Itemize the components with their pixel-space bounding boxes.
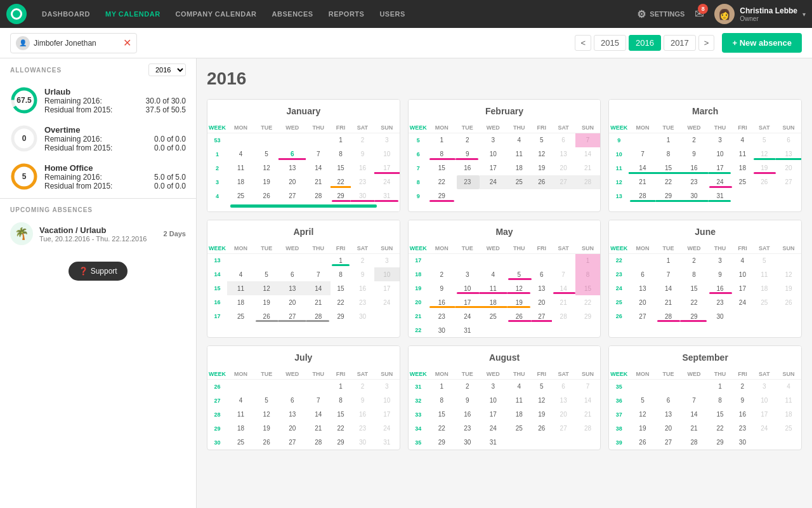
upcoming-name: Vacation / Urlaub [39,225,157,235]
table-row: 16 1819202122 2324 [207,295,400,309]
sidebar: Allowances 2016 67.5 Urlaub Remaining 20… [0,58,197,508]
allowance-urlaub-remaining: Remaining 2016: 30.0 of 30.0 [44,97,186,105]
notifications-button[interactable]: ✉ 8 [695,7,704,21]
month-title-january: January [207,100,400,123]
user-role: Owner [740,15,797,22]
allowance-overtime-residual: Residual from 2015: 0.0 of 0.0 [44,144,186,152]
table-row: 24 131415 16 17 1819 [609,281,801,295]
chevron-down-icon: ▾ [802,11,806,18]
table-row: 19 9 10 11 12 13 14 15 [409,281,601,295]
employee-avatar: 👤 [16,36,30,50]
donut-urlaub: 67.5 [10,86,38,114]
allowance-homeoffice-remaining: Remaining 2016: 5.0 of 5.0 [44,173,186,182]
year-2017-button[interactable]: 2017 [664,35,696,51]
table-row: 351234 [609,380,801,394]
year-2016-button[interactable]: 2016 [629,35,661,51]
new-absence-button[interactable]: + New absence [722,33,802,53]
support-button[interactable]: ❓ Support [69,262,127,281]
table-row: 2811121314151617 [207,408,400,422]
notification-badge: 8 [698,4,708,14]
year-select[interactable]: 2016 [148,64,186,76]
table-row: 4 25262728 29 30 31 [207,189,400,203]
main-nav: Dashboard My Calendar Company Calendar A… [34,10,637,18]
table-row: 3422232425262728 [409,422,601,436]
allowances-header: Allowances 2016 [0,58,196,81]
table-row: 3315161718192021 [409,408,601,422]
table-row: 3 18192021 22 2324 [207,175,400,189]
residual-label: Residual from 2015: [44,105,112,114]
table-row: 2918192021222324 [207,422,400,436]
table-row: 7 1516171819 2021 [409,161,601,175]
nav-reports[interactable]: Reports [321,10,372,18]
month-title-april: April [207,220,400,243]
table-row: 3025262728293031 [207,436,400,450]
upcoming-days: 2 Days [164,230,186,237]
table-row: 10 7891011 12 13 [609,147,801,161]
months-grid: January WEEK MONTUEWEDTHUFRISATSUN 53 1 [207,99,802,450]
nav-absences[interactable]: Absences [265,10,321,18]
table-row: 8 22 23 24 25 26 27 28 [409,175,601,189]
month-title-july: July [207,346,400,369]
calendar-content: 2016 January WEEK MONTUEWEDTHUFRISATSUN … [197,58,812,508]
remaining-label: Remaining 2016: [44,97,102,105]
table-row: 20 16 17 18 19 20 21 22 [409,295,601,309]
allowance-homeoffice-name: Home Office [44,163,186,173]
toolbar: 👤 Jimbofer Jonethan ✕ < 2015 2016 2017 >… [0,28,812,58]
nav-users[interactable]: Users [372,10,412,18]
month-january: January WEEK MONTUEWEDTHUFRISATSUN 53 1 [207,99,400,212]
donut-overtime-value: 0 [22,134,27,143]
employee-selector[interactable]: 👤 Jimbofer Jonethan ✕ [10,33,137,53]
settings-button[interactable]: ⚙ Settings [637,8,684,20]
table-row: 14 45678 9 10 [207,267,400,281]
table-row: 22 3031 [409,323,601,337]
allowance-overtime-name: Overtime [44,125,186,135]
month-title-may: May [409,220,601,243]
allowance-homeoffice-info: Home Office Remaining 2016: 5.0 of 5.0 R… [44,163,186,190]
table-row: 3819202122232425 [609,422,801,436]
table-row: 1 45 6 78 910 [207,147,400,161]
nav-my-calendar[interactable]: My Calendar [98,10,168,18]
allowance-overtime-remaining: Remaining 2016: 0.0 of 0.0 [44,135,186,144]
remaining-val: 30.0 of 30.0 [146,97,186,105]
table-row: 26 27 28 29 30 [609,309,801,323]
close-icon[interactable]: ✕ [123,37,131,49]
app-logo[interactable] [6,4,27,24]
top-navigation: Dashboard My Calendar Company Calendar A… [0,0,812,28]
month-title-august: August [409,346,601,369]
donut-overtime: 0 [10,124,38,152]
employee-name: Jimbofer Jonethan [34,39,96,48]
nav-dashboard[interactable]: Dashboard [34,10,98,18]
prev-year-button[interactable]: < [575,35,591,51]
table-row: 21 232425 26 27 28 29 [409,309,601,323]
table-row: 32891011121314 [409,394,601,408]
allowances-label: Allowances [10,67,62,74]
table-row: 2745678910 [207,394,400,408]
year-navigation: < 2015 2016 2017 > [575,35,714,51]
user-menu[interactable]: 👩 Christina Lebbe Owner ▾ [714,4,806,24]
month-title-june: June [609,220,801,243]
table-row: 11 14 15 16 17 18 19 20 [609,161,801,175]
month-title-february: February [409,100,601,123]
next-year-button[interactable]: > [698,35,715,51]
table-row: 36567891011 [609,394,801,408]
table-row: 18 234 5 6 7 8 [409,267,601,281]
upcoming-absences-label: Upcoming Absences [0,198,196,216]
year-2015-button[interactable]: 2015 [594,35,626,51]
month-august: August WEEK MONTUEWEDTHUFRISATSUN 311234… [408,345,601,450]
residual-val: 37.5 of 50.5 [146,105,186,114]
allowance-urlaub: 67.5 Urlaub Remaining 2016: 30.0 of 30.0… [0,81,196,119]
donut-urlaub-value: 67.5 [16,96,31,105]
table-row: 311234567 [409,380,601,394]
table-row: 5 12345 67 [409,133,601,147]
user-name: Christina Lebbe [740,6,797,15]
table-row: 17 25 26 27 28 2930 [207,309,400,323]
table-row: 13 28 29 30 31 [609,189,801,203]
allowance-homeoffice-residual: Residual from 2015: 0.0 of 0.0 [44,182,186,190]
table-row: 2 1112131415 16 17 [207,161,400,175]
avatar: 👩 [714,4,735,24]
table-row: 25 2021222324 2526 [609,295,801,309]
table-row: 23 678910 1112 [609,267,801,281]
month-june: June WEEK MONTUEWEDTHUFRISATSUN 22 1234 … [608,220,802,338]
nav-company-calendar[interactable]: Company Calendar [168,10,265,18]
month-july: July WEEK MONTUEWEDTHUFRISATSUN 26123 27… [207,345,400,450]
